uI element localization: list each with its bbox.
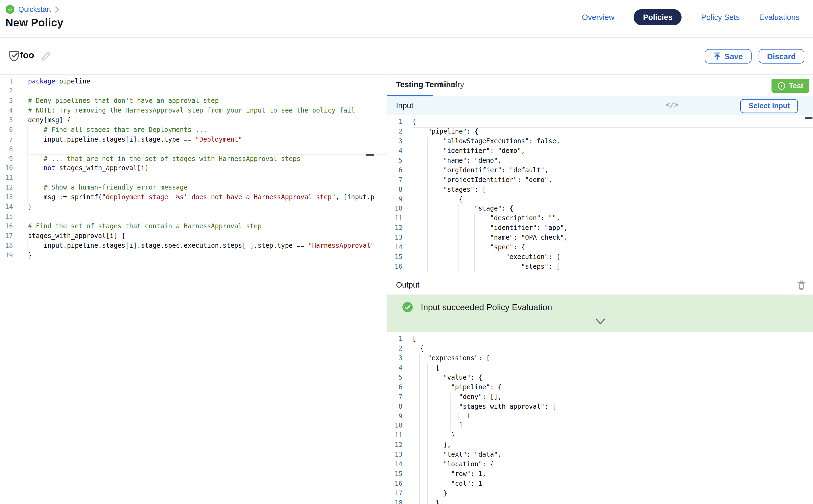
code-line[interactable]: 12}, [387, 441, 813, 450]
line-number: 1 [387, 334, 402, 344]
line-number: 15 [0, 212, 13, 222]
tab-library[interactable]: Library [440, 80, 464, 89]
code-line[interactable]: 6"pipeline": { [387, 383, 813, 392]
code-line[interactable]: 13msg := sprintf("deployment stage '%s' … [0, 193, 387, 203]
line-number: 4 [0, 106, 13, 116]
chevron-down-icon[interactable] [595, 318, 606, 325]
input-json-editor[interactable]: 1{2"pipeline": {3"allowStageExecutions":… [387, 115, 813, 275]
code-line[interactable]: 16# Find the set of stages that contain … [0, 222, 387, 232]
code-line[interactable]: 2{ [387, 344, 813, 354]
line-number: 2 [0, 87, 13, 96]
upload-icon [713, 52, 721, 60]
code-line[interactable]: 7input.pipeline.stages[i].stage.type == … [0, 135, 387, 145]
code-line[interactable]: 2 [0, 87, 387, 96]
line-number: 5 [387, 156, 402, 166]
line-number: 14 [387, 460, 402, 470]
code-line[interactable]: 8"stages": [ [387, 185, 813, 195]
code-line[interactable]: 5"value": { [387, 373, 813, 383]
tab-policies[interactable]: Policies [634, 9, 682, 25]
code-line[interactable]: 2"pipeline": { [387, 127, 813, 137]
line-number: 3 [0, 96, 13, 106]
code-line[interactable]: 14"spec": { [387, 243, 813, 253]
code-line[interactable]: 13"text": "data", [387, 450, 813, 460]
input-label: Input [396, 101, 414, 110]
code-line[interactable]: 12# Show a human-friendly error message [0, 183, 387, 193]
line-number: 17 [387, 489, 402, 499]
tab-policy-sets[interactable]: Policy Sets [701, 13, 740, 22]
line-number: 6 [0, 125, 13, 135]
code-line[interactable]: 11} [387, 431, 813, 441]
line-number: 11 [387, 214, 402, 224]
policy-editor-pane: 1package pipeline23# Deny pipelines that… [0, 75, 387, 504]
code-line[interactable]: 10"stage": { [387, 204, 813, 214]
code-line[interactable]: 3"expressions": [ [387, 354, 813, 363]
code-line[interactable]: 18} [387, 499, 813, 504]
line-number: 10 [0, 164, 13, 174]
code-line[interactable]: 10not stages_with_approval[i] [0, 164, 387, 174]
policy-toolbar: foo Save Discard [0, 38, 813, 75]
tab-evaluations[interactable]: Evaluations [759, 13, 800, 22]
line-number: 1 [387, 117, 402, 127]
discard-button[interactable]: Discard [759, 49, 804, 64]
line-number: 15 [387, 470, 402, 479]
breadcrumb-chevron-icon [55, 6, 59, 13]
code-line[interactable]: 11"description": "", [387, 214, 813, 224]
select-input-button[interactable]: Select Input [741, 99, 798, 113]
edit-name-pencil-icon[interactable] [40, 51, 51, 62]
line-number: 8 [387, 185, 402, 195]
page-title: New Policy [5, 17, 63, 29]
code-line[interactable]: 18input.pipeline.stages[i].stage.spec.ex… [0, 241, 387, 251]
line-number: 4 [387, 363, 402, 373]
code-line[interactable]: 12"identifier": "app", [387, 224, 813, 233]
output-label: Output [396, 281, 420, 289]
code-line[interactable]: 1package pipeline [0, 77, 387, 87]
clear-output-trash-icon[interactable] [797, 280, 806, 290]
policy-name: foo [20, 50, 34, 61]
output-json-editor[interactable]: 1[2{3"expressions": [4{5"value": {6"pipe… [387, 332, 813, 504]
code-line[interactable]: 9# ... that are not in the set of stages… [0, 154, 387, 164]
code-line[interactable]: 15 [0, 212, 387, 222]
code-line[interactable]: 19} [0, 251, 387, 261]
test-button[interactable]: Test [772, 79, 809, 93]
line-number: 2 [387, 127, 402, 137]
code-line[interactable]: 17} [387, 489, 813, 499]
code-line[interactable]: 14"location": { [387, 460, 813, 470]
code-line[interactable]: 15"execution": { [387, 253, 813, 262]
policy-code-editor[interactable]: 1package pipeline23# Deny pipelines that… [0, 75, 387, 261]
code-line[interactable]: 1{ [387, 117, 813, 127]
code-line[interactable]: 17stages_with_approval[i] { [0, 232, 387, 241]
code-line[interactable]: 8"stages_with_approval": [ [387, 402, 813, 412]
code-line[interactable]: 9{ [387, 195, 813, 204]
code-line[interactable]: 15"row": 1, [387, 470, 813, 479]
code-line[interactable]: 11 [0, 174, 387, 183]
code-line[interactable]: 3"allowStageExecutions": false, [387, 137, 813, 146]
code-line[interactable]: 6"orgIdentifier": "default", [387, 166, 813, 175]
line-number: 5 [0, 116, 13, 125]
code-line[interactable]: 14} [0, 202, 387, 212]
line-number: 10 [387, 421, 402, 431]
code-line[interactable]: 1[ [387, 334, 813, 344]
code-line[interactable]: 8 [0, 145, 387, 154]
save-button[interactable]: Save [705, 49, 752, 64]
code-line[interactable]: 6# Find all stages that are Deployments … [0, 125, 387, 135]
code-line[interactable]: 4# NOTE: Try removing the HarnessApprova… [0, 106, 387, 116]
code-line[interactable]: 7"deny": [], [387, 392, 813, 402]
save-button-label: Save [725, 52, 743, 61]
line-number: 5 [387, 373, 402, 383]
code-line[interactable]: 10] [387, 421, 813, 431]
code-line[interactable]: 16"col": 1 [387, 479, 813, 489]
code-line[interactable]: 4{ [387, 363, 813, 373]
code-line[interactable]: 3# Deny pipelines that don't have an app… [0, 96, 387, 106]
line-number: 6 [387, 166, 402, 175]
code-line[interactable]: 5deny[msg] { [0, 116, 387, 125]
tab-overview[interactable]: Overview [582, 13, 615, 22]
code-line[interactable]: 91 [387, 412, 813, 421]
code-line[interactable]: 7"projectIdentifier": "demo", [387, 175, 813, 185]
breadcrumb-project-link[interactable]: Quickstart [18, 5, 51, 13]
code-line[interactable]: 4"identifier": "demo", [387, 146, 813, 156]
code-line[interactable]: 16"steps": [ [387, 262, 813, 272]
code-brackets-icon[interactable]: </> [666, 101, 678, 109]
line-number: 11 [0, 174, 13, 183]
code-line[interactable]: 5"name": "demo", [387, 156, 813, 166]
code-line[interactable]: 13"name": "OPA check", [387, 233, 813, 243]
